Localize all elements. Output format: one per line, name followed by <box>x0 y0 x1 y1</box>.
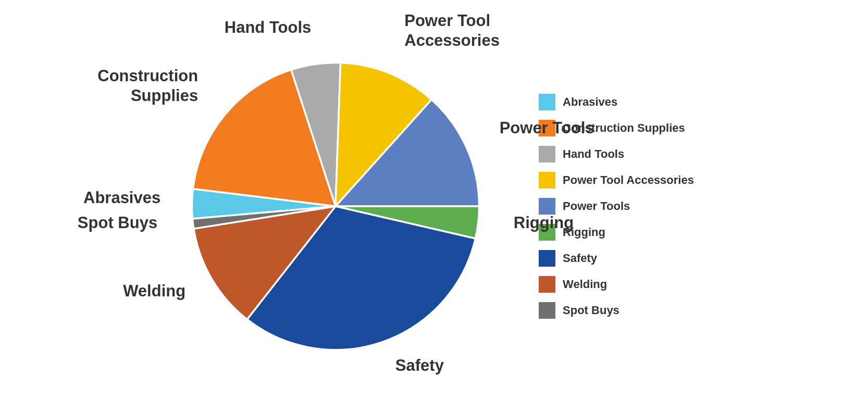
legend-label-hand-tools: Hand Tools <box>563 147 624 161</box>
legend-label-welding: Welding <box>563 278 607 291</box>
legend-label-power-tools: Power Tools <box>563 199 630 213</box>
label-construction-supplies: Supplies <box>131 86 198 104</box>
label-spot-buys: Spot Buys <box>78 213 157 231</box>
legend-item-abrasives: Abrasives <box>539 94 694 110</box>
legend-item-welding: Welding <box>539 276 694 293</box>
label-safety: Safety <box>395 356 444 374</box>
legend-color-safety <box>539 250 555 267</box>
legend-color-power-tool-accessories <box>539 172 555 189</box>
label-abrasives: Abrasives <box>83 189 160 207</box>
legend-label-spot-buys: Spot Buys <box>563 304 619 317</box>
legend-color-welding <box>539 276 555 293</box>
label-hand-tools: Hand Tools <box>225 18 311 36</box>
legend-label-abrasives: Abrasives <box>563 95 617 109</box>
legend-item-power-tool-accessories: Power Tool Accessories <box>539 172 694 189</box>
legend-item-hand-tools: Hand Tools <box>539 146 694 163</box>
label-construction-supplies: Construction <box>97 66 198 84</box>
legend-item-spot-buys: Spot Buys <box>539 302 694 319</box>
legend-label-safety: Safety <box>563 252 597 265</box>
legend-color-hand-tools <box>539 146 555 163</box>
pie-chart: AbrasivesConstructionSuppliesHand ToolsP… <box>174 45 497 368</box>
legend-item-safety: Safety <box>539 250 694 267</box>
label-power-tool-accessories: Power Tool <box>404 11 490 29</box>
legend-item-power-tools: Power Tools <box>539 198 694 215</box>
label-power-tools: Power Tools <box>500 118 594 136</box>
pie-wrapper: AbrasivesConstructionSuppliesHand ToolsP… <box>174 45 497 368</box>
legend-label-power-tool-accessories: Power Tool Accessories <box>563 173 694 187</box>
chart-container: AbrasivesConstructionSuppliesHand ToolsP… <box>0 0 868 412</box>
label-rigging: Rigging <box>514 213 574 231</box>
legend-color-abrasives <box>539 94 555 110</box>
label-welding: Welding <box>123 281 185 299</box>
label-power-tool-accessories: Accessories <box>404 31 500 49</box>
legend-color-power-tools <box>539 198 555 215</box>
legend-color-spot-buys <box>539 302 555 319</box>
